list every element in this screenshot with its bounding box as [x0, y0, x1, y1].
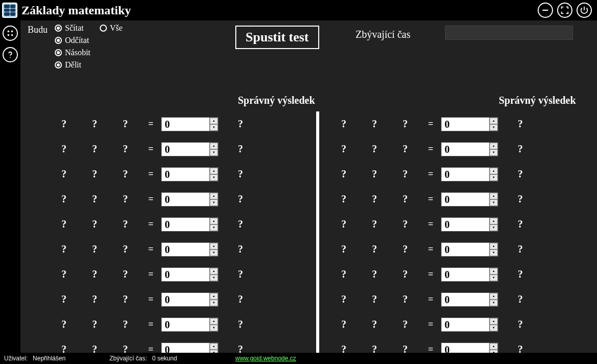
answer-input[interactable]: 0 [162, 318, 210, 331]
spinner-down-icon[interactable]: ▼ [490, 199, 498, 206]
radio-odcitat[interactable]: Odčítat [55, 36, 91, 45]
spinner-up-icon[interactable]: ▲ [490, 343, 498, 350]
correct-answer: ? [223, 318, 258, 330]
answer-input[interactable]: 0 [162, 193, 210, 206]
answer-input[interactable]: 0 [162, 143, 210, 156]
spinner-down-icon[interactable]: ▼ [210, 275, 218, 281]
spinner-up-icon[interactable]: ▲ [490, 168, 498, 174]
spinner-up-icon[interactable]: ▲ [490, 143, 498, 149]
spinner-down-icon[interactable]: ▼ [490, 300, 498, 306]
spinner-down-icon[interactable]: ▼ [210, 325, 218, 331]
spinner-down-icon[interactable]: ▼ [210, 124, 218, 131]
spinner-down-icon[interactable]: ▼ [490, 275, 498, 281]
spinner-up-icon[interactable]: ▲ [210, 343, 218, 350]
operand-b: ? [110, 243, 141, 255]
answer-input[interactable]: 0 [441, 193, 490, 206]
radio-scitat[interactable]: Sčítat [55, 24, 91, 33]
start-test-button[interactable]: Spustit test [235, 26, 319, 49]
spinner-up-icon[interactable]: ▲ [490, 218, 498, 224]
operator: ? [79, 268, 110, 280]
answer-spinner[interactable]: 0▲▼ [441, 267, 498, 282]
spinner-down-icon[interactable]: ▼ [210, 149, 218, 156]
radio-nasobit[interactable]: Násobit [55, 48, 91, 57]
answer-input[interactable]: 0 [162, 118, 210, 131]
spinner-down-icon[interactable]: ▼ [490, 124, 498, 131]
answer-spinner[interactable]: 0▲▼ [161, 142, 218, 156]
answer-input[interactable]: 0 [162, 268, 210, 281]
answer-input[interactable]: 0 [441, 293, 490, 306]
problem-row: ???=0▲▼? [328, 237, 587, 262]
operator: ? [79, 193, 110, 205]
spinner-down-icon[interactable]: ▼ [490, 224, 498, 231]
spinner-down-icon[interactable]: ▼ [210, 300, 218, 306]
status-link[interactable]: www.goid.webnode.cz [235, 355, 296, 362]
answer-input[interactable]: 0 [162, 243, 210, 256]
answer-spinner[interactable]: 0▲▼ [161, 192, 218, 207]
operand-b: ? [110, 143, 141, 155]
answer-spinner[interactable]: 0▲▼ [441, 242, 498, 257]
svg-point-3 [8, 34, 10, 36]
spinner-down-icon[interactable]: ▼ [490, 249, 498, 256]
radio-vse[interactable]: Vše [100, 24, 123, 33]
spinner-up-icon[interactable]: ▲ [490, 268, 498, 275]
answer-spinner[interactable]: 0▲▼ [161, 267, 218, 282]
spinner-down-icon[interactable]: ▼ [490, 174, 498, 181]
menu-button[interactable] [3, 26, 18, 41]
answer-spinner[interactable]: 0▲▼ [441, 192, 498, 207]
answer-spinner[interactable]: 0▲▼ [441, 167, 498, 181]
answer-spinner[interactable]: 0▲▼ [441, 142, 498, 156]
spinner-up-icon[interactable]: ▲ [210, 318, 218, 325]
spinner-down-icon[interactable]: ▼ [210, 249, 218, 256]
answer-input[interactable]: 0 [162, 293, 210, 306]
answer-input[interactable]: 0 [441, 168, 490, 181]
spinner-down-icon[interactable]: ▼ [210, 174, 218, 181]
minimize-button[interactable] [538, 3, 553, 18]
answer-spinner[interactable]: 0▲▼ [161, 317, 218, 332]
answer-spinner[interactable]: 0▲▼ [441, 317, 498, 332]
answer-spinner[interactable]: 0▲▼ [161, 292, 218, 307]
answer-spinner[interactable]: 0▲▼ [161, 167, 218, 181]
answer-input[interactable]: 0 [441, 268, 490, 281]
spinner-down-icon[interactable]: ▼ [490, 149, 498, 156]
spinner-up-icon[interactable]: ▲ [210, 293, 218, 300]
spinner-up-icon[interactable]: ▲ [210, 168, 218, 174]
help-button[interactable] [3, 47, 18, 62]
operator: ? [79, 168, 110, 180]
correct-answer: ? [502, 243, 538, 255]
answer-spinner[interactable]: 0▲▼ [441, 117, 498, 131]
answer-input[interactable]: 0 [441, 118, 490, 131]
problem-row: ???=0▲▼? [49, 136, 307, 162]
answer-input[interactable]: 0 [162, 218, 210, 231]
correct-answer: ? [502, 318, 538, 330]
operand-a: ? [49, 293, 79, 305]
spinner-up-icon[interactable]: ▲ [210, 118, 218, 124]
answer-spinner[interactable]: 0▲▼ [441, 217, 498, 232]
spinner-up-icon[interactable]: ▲ [490, 118, 498, 124]
answer-input[interactable]: 0 [441, 143, 490, 156]
answer-spinner[interactable]: 0▲▼ [161, 217, 218, 232]
spinner-down-icon[interactable]: ▼ [210, 224, 218, 231]
spinner-up-icon[interactable]: ▲ [210, 143, 218, 149]
answer-input[interactable]: 0 [441, 243, 490, 256]
answer-input[interactable]: 0 [441, 318, 490, 331]
answer-spinner[interactable]: 0▲▼ [441, 292, 498, 307]
spinner-up-icon[interactable]: ▲ [210, 243, 218, 249]
problem-row: ???=0▲▼? [49, 212, 307, 237]
spinner-up-icon[interactable]: ▲ [490, 293, 498, 300]
answer-input[interactable]: 0 [162, 168, 210, 181]
answer-spinner[interactable]: 0▲▼ [161, 117, 218, 131]
spinner-up-icon[interactable]: ▲ [490, 243, 498, 249]
power-button[interactable] [577, 3, 592, 18]
spinner-up-icon[interactable]: ▲ [490, 318, 498, 325]
radio-delit[interactable]: Dělit [55, 60, 91, 70]
spinner-up-icon[interactable]: ▲ [490, 193, 498, 199]
spinner-up-icon[interactable]: ▲ [210, 268, 218, 275]
operand-a: ? [49, 118, 79, 130]
spinner-down-icon[interactable]: ▼ [210, 199, 218, 206]
answer-input[interactable]: 0 [441, 218, 490, 231]
spinner-up-icon[interactable]: ▲ [210, 218, 218, 224]
answer-spinner[interactable]: 0▲▼ [161, 242, 218, 257]
fullscreen-button[interactable] [557, 3, 572, 18]
spinner-down-icon[interactable]: ▼ [490, 325, 498, 331]
spinner-up-icon[interactable]: ▲ [210, 193, 218, 199]
